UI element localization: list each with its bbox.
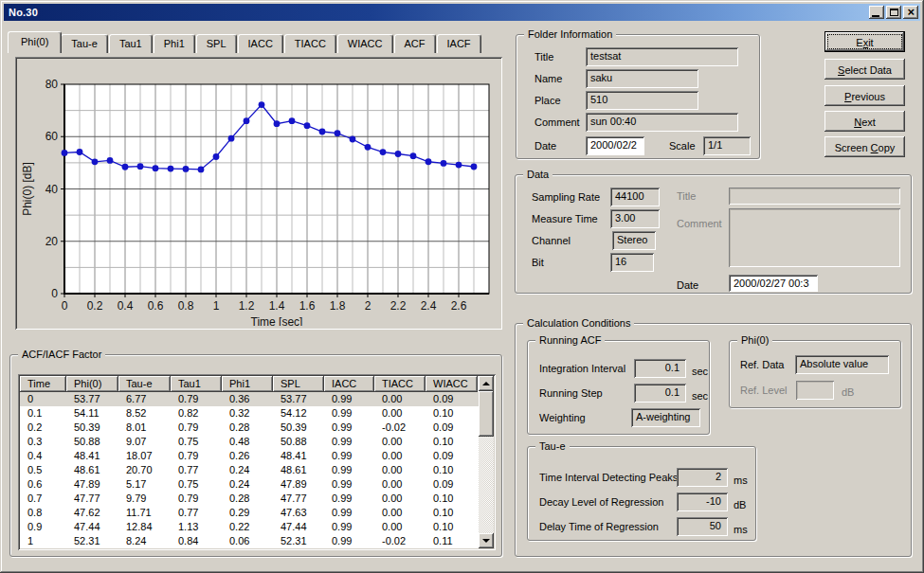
ref-level-unit: dB bbox=[842, 386, 854, 398]
app-window: No.30 Phi(0)Tau-eTau1Phi1SPLIACCTIACCWIA… bbox=[0, 0, 924, 573]
svg-text:Phi(0) [dB]: Phi(0) [dB] bbox=[21, 162, 34, 216]
table-row[interactable]: 0.548.6120.700.770.2448.610.990.000.10 bbox=[20, 463, 494, 477]
next-button[interactable]: Next bbox=[824, 111, 905, 132]
table-row[interactable]: 0.747.779.790.790.2847.770.990.000.10 bbox=[20, 492, 494, 506]
table-cell: 0.00 bbox=[374, 492, 426, 506]
screen-copy-button[interactable]: Screen Copy bbox=[824, 136, 905, 157]
table-cell: 0.99 bbox=[324, 406, 374, 421]
table-cell: 0.75 bbox=[171, 477, 222, 492]
scroll-down-button[interactable] bbox=[479, 533, 494, 548]
decay-level-of-regression-unit: dB bbox=[734, 499, 746, 510]
channel-label: Channel bbox=[532, 235, 571, 246]
table-cell: 0.79 bbox=[171, 492, 222, 506]
column-header-taue[interactable]: Tau-e bbox=[118, 376, 171, 392]
table-cell: 52.31 bbox=[66, 534, 118, 548]
running-step-field[interactable]: 0.1 bbox=[634, 384, 686, 403]
table-cell: 0.09 bbox=[426, 449, 478, 463]
titlebar[interactable]: No.30 bbox=[4, 4, 920, 21]
tab-acf[interactable]: ACF bbox=[394, 34, 436, 53]
delay-time-of-regression-field[interactable]: 50 bbox=[677, 517, 728, 536]
folder-place-field[interactable]: 510 bbox=[586, 91, 698, 110]
table-cell: 0.1 bbox=[20, 406, 66, 421]
folder-name-field[interactable]: saku bbox=[586, 69, 698, 88]
table-cell: 0.00 bbox=[374, 506, 426, 520]
table-cell: 54.11 bbox=[66, 406, 118, 421]
table-cell: 0.99 bbox=[324, 506, 374, 520]
minimize-button[interactable] bbox=[869, 6, 884, 19]
table-cell: 0.10 bbox=[426, 406, 478, 421]
column-header-phi0[interactable]: Phi(0) bbox=[66, 376, 118, 392]
table-row[interactable]: 053.776.770.790.3653.770.990.000.09 bbox=[20, 392, 494, 406]
table-cell: 0.28 bbox=[222, 421, 273, 435]
tab-phi0[interactable]: Phi(0) bbox=[8, 31, 62, 53]
folder-title-field[interactable]: testsat bbox=[586, 47, 738, 66]
tab-spl[interactable]: SPL bbox=[196, 34, 237, 53]
data-group-label: Data bbox=[523, 169, 553, 180]
column-header-phi1[interactable]: Phi1 bbox=[222, 376, 273, 392]
tab-wiacc[interactable]: WIACC bbox=[337, 34, 393, 53]
acf-table-header: TimePhi(0)Tau-eTau1Phi1SPLIACCTIACCWIACC bbox=[20, 376, 494, 392]
data-date-label: Date bbox=[677, 279, 698, 291]
table-cell: 47.77 bbox=[66, 492, 118, 506]
table-row[interactable]: 0.154.118.520.820.3254.120.990.000.10 bbox=[20, 406, 494, 421]
column-header-tau1[interactable]: Tau1 bbox=[171, 376, 222, 392]
tab-taue[interactable]: Tau-e bbox=[61, 34, 108, 53]
data-date-field[interactable]: 2000/02/27 00:3 bbox=[729, 275, 818, 292]
time-interval-detecting-peaks-label: Time Interval Detecting Peaks bbox=[539, 472, 678, 483]
select-data-button[interactable]: Select Data bbox=[824, 59, 905, 80]
table-row[interactable]: 0.250.398.010.790.2850.390.99-0.020.09 bbox=[20, 421, 494, 435]
ref-data-field[interactable]: Absolute value bbox=[795, 355, 889, 374]
table-cell: 0.36 bbox=[222, 392, 273, 406]
tab-iacf[interactable]: IACF bbox=[437, 34, 481, 53]
table-cell: 0.28 bbox=[222, 492, 273, 506]
acf-table-scrollbar[interactable] bbox=[479, 376, 494, 548]
table-row[interactable]: 0.847.6211.710.770.2947.630.990.000.10 bbox=[20, 506, 494, 520]
table-cell: 0.29 bbox=[222, 506, 273, 520]
column-header-time[interactable]: Time bbox=[20, 376, 66, 392]
folder-scale-field[interactable]: 1/1 bbox=[703, 136, 751, 155]
time-interval-detecting-peaks-field[interactable]: 2 bbox=[677, 468, 728, 487]
integration-interval-field[interactable]: 0.1 bbox=[634, 359, 686, 378]
scrollbar-thumb[interactable] bbox=[479, 391, 494, 437]
previous-button[interactable]: Previous bbox=[824, 85, 905, 106]
column-header-tiacc[interactable]: TIACC bbox=[374, 376, 426, 392]
table-row[interactable]: 0.647.895.170.750.2447.890.990.000.09 bbox=[20, 477, 494, 492]
tab-iacc[interactable]: IACC bbox=[238, 34, 283, 53]
table-cell: 0.79 bbox=[171, 392, 222, 406]
svg-text:0.8: 0.8 bbox=[178, 299, 194, 313]
table-cell: 0.4 bbox=[20, 449, 66, 463]
measure-time-field[interactable]: 3.00 bbox=[610, 209, 660, 228]
bit-field[interactable]: 16 bbox=[610, 253, 654, 272]
channel-field[interactable]: Stereo bbox=[612, 231, 656, 250]
maximize-button[interactable] bbox=[886, 6, 901, 19]
column-header-wiacc[interactable]: WIACC bbox=[426, 376, 478, 392]
folder-comment-field[interactable]: sun 00:40 bbox=[586, 113, 738, 132]
acf-table-body: 053.776.770.790.3653.770.990.000.090.154… bbox=[20, 392, 494, 548]
sampling-rate-field[interactable]: 44100 bbox=[610, 188, 660, 206]
weighting-field[interactable]: A-weighting bbox=[631, 408, 700, 427]
column-header-iacc[interactable]: IACC bbox=[324, 376, 374, 392]
tab-tiacc[interactable]: TIACC bbox=[284, 34, 336, 53]
svg-text:2.4: 2.4 bbox=[421, 299, 437, 313]
running-acf-label: Running ACF bbox=[535, 334, 605, 346]
table-row[interactable]: 152.318.240.840.0652.310.99-0.020.11 bbox=[20, 534, 494, 548]
action-button-column: ExitSelect DataPreviousNextScreen Copy bbox=[824, 31, 905, 157]
tab-phi1[interactable]: Phi1 bbox=[154, 34, 195, 53]
folder-scale-label: Scale bbox=[669, 140, 696, 152]
acf-iacf-group-label: ACF/IACF Factor bbox=[18, 349, 105, 360]
decay-level-of-regression-field[interactable]: -10 bbox=[677, 492, 728, 511]
table-cell: 47.44 bbox=[273, 520, 324, 534]
column-header-spl[interactable]: SPL bbox=[273, 376, 324, 392]
table-cell: 0.06 bbox=[222, 534, 273, 548]
svg-text:0: 0 bbox=[51, 287, 58, 300]
tab-tau1[interactable]: Tau1 bbox=[109, 34, 153, 53]
folder-date-field[interactable]: 2000/02/2 bbox=[586, 136, 644, 155]
scroll-up-button[interactable] bbox=[479, 376, 494, 391]
table-cell: 48.61 bbox=[66, 463, 118, 477]
table-row[interactable]: 0.350.889.070.750.4850.880.990.000.10 bbox=[20, 435, 494, 449]
table-row[interactable]: 0.947.4412.841.130.2247.440.990.000.10 bbox=[20, 520, 494, 534]
table-row[interactable]: 0.448.4118.070.790.2648.410.990.000.09 bbox=[20, 449, 494, 463]
table-cell: 47.44 bbox=[66, 520, 118, 534]
exit-button[interactable]: Exit bbox=[824, 31, 905, 52]
close-button[interactable] bbox=[903, 6, 918, 19]
